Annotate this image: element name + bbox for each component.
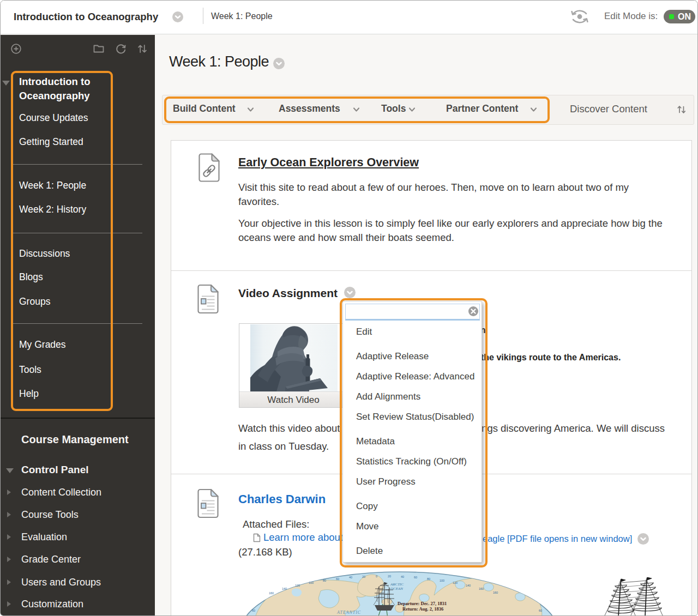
svg-text:20: 20 <box>362 575 365 578</box>
svg-text:60: 60 <box>252 609 255 612</box>
svg-text:40: 40 <box>401 575 404 578</box>
svg-text:Departure: Dec. 27, 1831: Departure: Dec. 27, 1831 <box>398 601 447 606</box>
svg-text:60: 60 <box>539 609 542 612</box>
svg-text:60: 60 <box>336 577 339 581</box>
svg-text:ARCTIC: ARCTIC <box>390 582 404 587</box>
svg-text:80: 80 <box>323 579 326 582</box>
svg-text:100: 100 <box>309 581 314 584</box>
svg-text:160: 160 <box>479 587 484 590</box>
svg-text:120: 120 <box>453 581 458 584</box>
svg-text:160: 160 <box>269 591 274 595</box>
svg-text:160: 160 <box>493 591 498 594</box>
svg-text:20: 20 <box>388 575 391 578</box>
svg-text:140: 140 <box>282 587 287 590</box>
svg-text:ATLANTIC: ATLANTIC <box>336 610 361 615</box>
svg-text:60: 60 <box>414 576 417 579</box>
svg-text:OCEAN: OCEAN <box>390 587 403 591</box>
svg-text:80: 80 <box>427 577 430 581</box>
svg-text:120: 120 <box>295 584 300 587</box>
svg-text:Return: Aug. 2, 1836: Return: Aug. 2, 1836 <box>402 606 443 612</box>
svg-text:100: 100 <box>440 579 444 582</box>
svg-text:140: 140 <box>466 584 471 587</box>
svg-text:0: 0 <box>376 575 377 578</box>
svg-text:40: 40 <box>349 576 352 579</box>
